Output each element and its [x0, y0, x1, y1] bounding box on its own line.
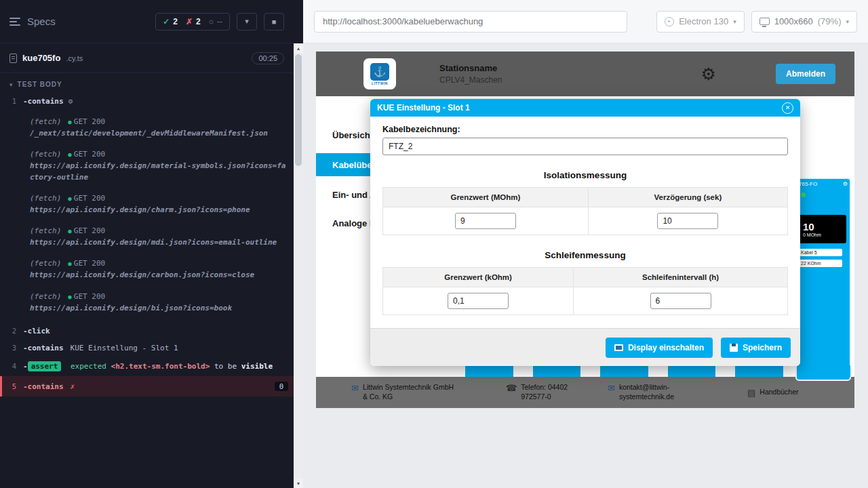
assert-target: <h2.text-sm.font-bold> [111, 362, 210, 371]
command-click[interactable]: 2 -click [0, 323, 294, 340]
slot-gear-icon[interactable]: ⚙ [843, 181, 848, 187]
specs-label[interactable]: Specs [27, 16, 56, 27]
test-stats: ✓2 ✗2 ○-- [155, 13, 230, 30]
stop-icon: ■ [272, 18, 277, 26]
cable-name-input[interactable] [382, 138, 788, 155]
command-log: 1 -contains⚙ (fetch)●GET 200 /_next/stat… [0, 93, 294, 488]
slot-button[interactable] [735, 365, 783, 377]
fetch-entry[interactable]: (fetch)●GET 200 https://api.iconify.desi… [30, 144, 287, 188]
command-contains-2[interactable]: 3 -containsKUE Einstellung - Slot 1 [0, 340, 294, 357]
chevron-down-icon: ▾ [245, 17, 249, 26]
chevron-down-icon: ▾ [846, 18, 849, 25]
fail-icon: ✗ [71, 382, 75, 391]
status-dot-icon: ● [68, 151, 71, 158]
loop-limit-input[interactable] [448, 293, 509, 309]
monitor-icon [760, 18, 770, 25]
fetch-url: https://api.iconify.design/bi.json?icons… [30, 302, 287, 314]
station-value: CPLV4_Maschen [439, 75, 502, 85]
fetch-entry[interactable]: (fetch)●GET 200 /_next/static/developmen… [30, 111, 287, 144]
stat-passed[interactable]: ✓2 [163, 17, 178, 26]
mail-icon: ✉ [351, 384, 359, 392]
spec-name[interactable]: kue705fo [22, 53, 60, 63]
slot-button[interactable] [600, 365, 648, 377]
specs-menu-icon[interactable] [9, 18, 20, 26]
viewport-zoom: (79%) [818, 16, 842, 26]
mail-icon: ✉ [608, 384, 615, 392]
slot-buttons-row [465, 365, 850, 377]
modal-title: KUE Einstellung - Slot 1 [377, 103, 470, 113]
aut-viewport: ⚓ LITTWIN Stationsname CPLV4_Maschen ⚙ A… [303, 43, 868, 488]
isolation-heading: Isolationsmessung [382, 170, 788, 180]
command-contains-1[interactable]: 1 -contains⚙ [0, 93, 294, 110]
fetch-url: https://api.iconify.design/carbon.json?i… [30, 269, 287, 281]
stop-button[interactable]: ■ [264, 13, 284, 30]
slot-button[interactable] [465, 365, 513, 377]
fetch-url: https://api.iconify.design/mdi.json?icon… [30, 237, 287, 248]
fetch-url: /_next/static/development/_devMiddleware… [30, 127, 287, 139]
iso-limit-input[interactable] [455, 213, 516, 229]
app-under-test: ⚓ LITTWIN Stationsname CPLV4_Maschen ⚙ A… [316, 52, 854, 408]
assert-badge: assert [28, 361, 62, 371]
station-label: Stationsname [439, 63, 502, 73]
status-dot [801, 192, 806, 197]
command-contains-failed[interactable]: 5 -contains ✗ 0 [0, 376, 294, 396]
loop-col-interval: Schleifenintervall (h) [574, 268, 788, 287]
stat-failed[interactable]: ✗2 [186, 17, 201, 26]
command-assert[interactable]: 4 -assert expected <h2.text-sm.font-bold… [0, 357, 294, 377]
loop-interval-input[interactable] [650, 293, 711, 309]
loop-table: Grenzwert (kOhm) Schleifenintervall (h) [382, 267, 788, 315]
footer-email[interactable]: ✉ kontakt@littwin-systemtechnik.de [608, 383, 694, 401]
specs-bar: Specs ✓2 ✗2 ○-- ▾ ■ [0, 0, 294, 43]
isolation-table: Grenzwert (MOhm) Verzögerung (sek) [382, 187, 788, 235]
scrollbar-track [294, 167, 303, 479]
scroll-down-icon[interactable]: ▼ [294, 479, 303, 488]
footer-manuals[interactable]: ▤ Handbücher [747, 388, 799, 397]
iso-col-limit: Grenzwert (MOhm) [383, 188, 589, 207]
spec-timer: 00:25 [252, 52, 284, 64]
fetch-entry[interactable]: (fetch)●GET 200 https://api.iconify.desi… [30, 188, 287, 220]
command-options-icon: ⚙ [68, 97, 73, 106]
footer-phone: ☎ Telefon: 04402 972577-0 [506, 383, 586, 401]
stat-pending[interactable]: ○-- [209, 17, 222, 26]
status-dot-icon: ● [68, 195, 71, 202]
viewport-size: 1000x660 [774, 16, 813, 26]
slot-button[interactable] [803, 365, 851, 377]
logout-button[interactable]: Abmelden [776, 64, 835, 84]
settings-gear-icon[interactable]: ⚙ [701, 66, 716, 83]
cypress-reporter: Specs ✓2 ✗2 ○-- ▾ ■ kue705fo .cy.ts 00:2… [0, 0, 294, 488]
modal-header: KUE Einstellung - Slot 1 ✕ [370, 99, 800, 117]
display-on-button[interactable]: Display einschalten [606, 338, 713, 358]
display-icon [614, 344, 623, 351]
app-header: ⚓ LITTWIN Stationsname CPLV4_Maschen ⚙ A… [316, 52, 854, 96]
browser-select[interactable]: Electron 130 ▾ [656, 11, 745, 33]
browser-label: Electron 130 [679, 16, 728, 26]
save-button[interactable]: Speichern [721, 338, 791, 358]
chevron-down-icon: ▾ [9, 81, 13, 88]
spec-ext: .cy.ts [66, 54, 83, 62]
status-dot-icon: ● [68, 228, 71, 235]
slot-button[interactable] [533, 365, 581, 377]
fetch-url: https://api.iconify.design/material-symb… [30, 160, 287, 183]
scrollbar-thumb[interactable] [295, 54, 302, 166]
aut-region: Electron 130 ▾ 1000x660 (79%) ▾ ⚓ LITTWI… [303, 0, 868, 488]
spec-file-icon [9, 54, 17, 63]
close-icon[interactable]: ✕ [782, 102, 793, 114]
spec-row[interactable]: kue705fo .cy.ts 00:25 [0, 43, 294, 73]
footer-company: ✉ Littwin Systemtechnik GmbH & Co. KG [351, 383, 458, 401]
iso-delay-input[interactable] [657, 213, 718, 229]
command-name: -contains [23, 97, 64, 106]
fetch-entry[interactable]: (fetch)●GET 200 https://api.iconify.desi… [30, 220, 287, 253]
slot-button[interactable] [668, 365, 716, 377]
test-body-header[interactable]: ▾ TEST BODY [0, 73, 294, 93]
fetch-entry[interactable]: (fetch)●GET 200 https://api.iconify.desi… [30, 253, 287, 285]
fail-icon: ✗ [186, 17, 193, 26]
collapse-button[interactable]: ▾ [237, 13, 257, 30]
fetch-entry[interactable]: (fetch)●GET 200 https://api.iconify.desi… [30, 286, 287, 319]
loop-col-limit: Grenzwert (kOhm) [383, 268, 574, 287]
command-number: 2 [0, 327, 23, 335]
fetch-list: (fetch)●GET 200 /_next/static/developmen… [0, 110, 294, 323]
scroll-up-icon[interactable]: ▲ [294, 43, 303, 53]
url-input[interactable] [314, 11, 627, 33]
viewport-select[interactable]: 1000x660 (79%) ▾ [751, 11, 857, 33]
cable-name-label: Kabelbezeichnung: [382, 125, 788, 134]
